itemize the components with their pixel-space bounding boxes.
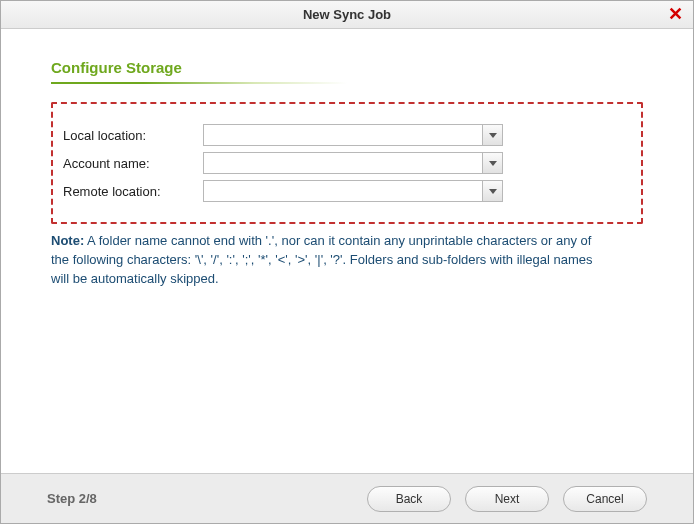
input-local-location[interactable] — [204, 125, 482, 145]
dropdown-button-account-name[interactable] — [482, 153, 502, 173]
dropdown-button-remote-location[interactable] — [482, 181, 502, 201]
cancel-button[interactable]: Cancel — [563, 486, 647, 512]
combo-remote-location[interactable] — [203, 180, 503, 202]
label-remote-location: Remote location: — [53, 184, 203, 199]
dialog-window: New Sync Job ✕ Configure Storage Local l… — [0, 0, 694, 524]
step-indicator: Step 2/8 — [47, 491, 97, 506]
combo-account-name[interactable] — [203, 152, 503, 174]
label-account-name: Account name: — [53, 156, 203, 171]
combo-local-location[interactable] — [203, 124, 503, 146]
row-local-location: Local location: — [53, 124, 631, 146]
chevron-down-icon — [489, 189, 497, 194]
dropdown-button-local-location[interactable] — [482, 125, 502, 145]
close-icon: ✕ — [668, 5, 683, 23]
section-divider — [51, 82, 421, 84]
footer: Step 2/8 Back Next Cancel — [1, 473, 693, 523]
note-body: A folder name cannot end with '.', nor c… — [51, 233, 593, 286]
input-remote-location[interactable] — [204, 181, 482, 201]
row-account-name: Account name: — [53, 152, 631, 174]
next-button[interactable]: Next — [465, 486, 549, 512]
input-account-name[interactable] — [204, 153, 482, 173]
note-prefix: Note: — [51, 233, 84, 248]
content-area: Configure Storage Local location: Accoun… — [1, 29, 693, 473]
note-text: Note: A folder name cannot end with '.',… — [51, 232, 611, 289]
titlebar: New Sync Job ✕ — [1, 1, 693, 29]
chevron-down-icon — [489, 161, 497, 166]
back-button[interactable]: Back — [367, 486, 451, 512]
close-button[interactable]: ✕ — [665, 4, 685, 24]
section-title: Configure Storage — [51, 59, 643, 76]
highlighted-form-box: Local location: Account name: — [51, 102, 643, 224]
row-remote-location: Remote location: — [53, 180, 631, 202]
window-title: New Sync Job — [303, 7, 391, 22]
label-local-location: Local location: — [53, 128, 203, 143]
chevron-down-icon — [489, 133, 497, 138]
